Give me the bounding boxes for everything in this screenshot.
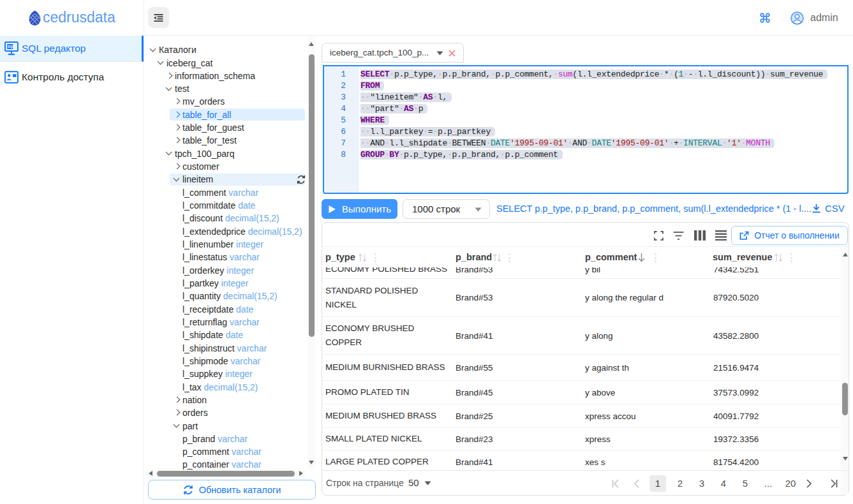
svg-text:SQL: SQL <box>8 45 15 48</box>
